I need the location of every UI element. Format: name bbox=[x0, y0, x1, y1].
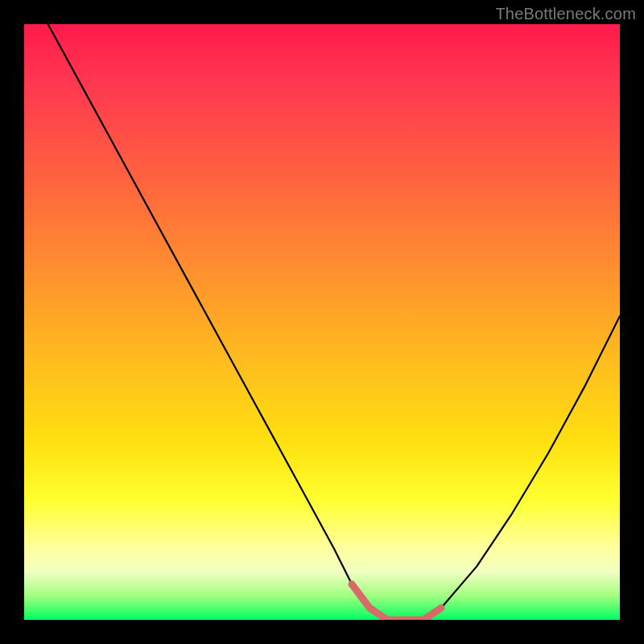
chart-container: TheBottleneck.com bbox=[0, 0, 644, 644]
plot-area bbox=[24, 24, 620, 620]
bottleneck-curve-path bbox=[48, 24, 620, 620]
optimal-segment-path bbox=[352, 584, 441, 620]
chart-svg bbox=[24, 24, 620, 620]
watermark-text: TheBottleneck.com bbox=[495, 5, 636, 23]
